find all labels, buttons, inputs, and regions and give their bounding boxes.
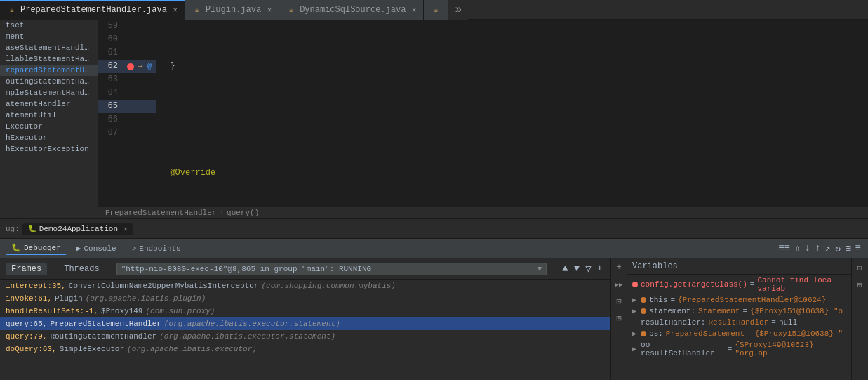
toolbar-run-to-cursor-icon[interactable]: ↗ <box>823 241 832 256</box>
var-item-ps[interactable]: ▶ ps: PreparedStatement = {$Proxy151@106… <box>627 328 851 339</box>
thread-up-icon[interactable]: ▲ <box>561 261 569 276</box>
debug-session-close[interactable]: ✕ <box>123 225 128 233</box>
exec-arrow-icon: → <box>138 62 142 72</box>
var-orange-dot-statement <box>641 308 646 314</box>
rt-icon-1[interactable]: + <box>613 261 625 274</box>
toolbar-step-out-icon[interactable]: ↑ <box>813 241 822 256</box>
sidebar-item-statementutil[interactable]: atementUtil <box>0 110 98 121</box>
var-item-resulthandler[interactable]: ▶ resultHandler: ResultHandler = null <box>627 317 851 328</box>
console-label: Console <box>84 244 116 253</box>
frame-class-0: ConvertColumnName2UpperMybatisIntercepto… <box>69 282 259 290</box>
thread-add-icon[interactable]: + <box>596 261 604 276</box>
rt-icon-3[interactable]: ⊡ <box>613 295 625 308</box>
tab-preparedstatementhandler[interactable]: ☕ PreparedStatementHandler.java ✕ <box>0 0 185 20</box>
sidebar-item-prepared[interactable]: reparedStatementHan <box>0 65 98 76</box>
sidebar-item-simple[interactable]: mpleStatementHandler <box>0 87 98 98</box>
code-lines[interactable]: } @Override public <E> List <E> query ( <box>156 20 868 207</box>
frame-item-3[interactable]: query:65, PreparedStatementHandler (org.… <box>0 317 610 330</box>
line-num-63: 63 <box>98 73 123 86</box>
var-item-resultsethandler[interactable]: ▶ oo resultSetHandler = {$Proxy149@10623… <box>627 339 851 359</box>
toolbar-step-in-icon[interactable]: ↓ <box>803 241 811 256</box>
breakpoint-icon <box>125 61 136 72</box>
toolbar-settings-icon[interactable]: ≡ <box>854 241 862 256</box>
tab-extra[interactable]: ☕ <box>424 0 448 20</box>
rt-icon-2[interactable]: ▶▶ <box>613 278 625 291</box>
breadcrumb-sep: › <box>219 209 224 217</box>
sidebar-item-callable[interactable]: llableStatementHandl <box>0 53 98 65</box>
line-num-66: 66 <box>98 113 123 126</box>
sidebar-item-statement[interactable]: atementHandler <box>0 98 98 110</box>
thread-selector[interactable]: "http-nio-8080-exec-10"@8,865 in group "… <box>116 263 547 275</box>
frame-pkg-1: (org.apache.ibatis.plugin) <box>86 294 206 303</box>
thread-selector-text: "http-nio-8080-exec-10"@8,865 in group "… <box>121 265 371 273</box>
tab-close-icon-3[interactable]: ✕ <box>412 6 416 14</box>
debug-tab-bar: ug: 🐛 Demo24Application ✕ <box>0 219 868 239</box>
java-file-icon-3: ☕ <box>286 5 296 15</box>
toolbar-evaluate-icon[interactable]: ↻ <box>834 241 842 256</box>
var-eq-statement: = <box>742 307 747 315</box>
far-right-icon-2[interactable]: ⊞ <box>853 278 866 291</box>
code-line-59: } <box>160 60 861 73</box>
sidebar-item-routing[interactable]: outingStatementHandl <box>0 76 98 87</box>
more-tabs-button[interactable]: » <box>448 0 468 20</box>
far-right-icon-1[interactable]: ⊡ <box>853 261 866 274</box>
var-name-statement: statement: <box>649 307 695 315</box>
threads-button[interactable]: Threads <box>58 263 105 275</box>
frames-button[interactable]: Frames <box>6 263 47 275</box>
thread-down-icon[interactable]: ▼ <box>573 261 581 276</box>
frame-class-2: $Proxy149 <box>101 307 142 315</box>
toolbar-reorder-icon[interactable]: ≡≡ <box>777 241 792 256</box>
var-item-this[interactable]: ▶ this = {PreparedStatementHandler@10624… <box>627 294 851 306</box>
frame-item-2[interactable]: handleResultSets:-1, $Proxy149 (com.sun.… <box>0 305 610 317</box>
variables-header: Variables <box>627 258 851 275</box>
code-container[interactable]: 59 60 61 62 <box>98 20 868 207</box>
frames-threads-bar: Frames Threads "http-nio-8080-exec-10"@8… <box>0 258 610 280</box>
thread-filter-icon[interactable]: ▽ <box>584 261 592 276</box>
frame-item-4[interactable]: query:79, RoutingStatementHandler (org.a… <box>0 330 610 343</box>
debug-session-tab[interactable]: 🐛 Demo24Application ✕ <box>22 223 133 235</box>
debugger-label: Debugger <box>24 244 61 252</box>
debug-tab-debugger[interactable]: 🐛 Debugger <box>6 242 67 255</box>
frame-item-1[interactable]: invoke:61, Plugin (org.apache.ibatis.plu… <box>0 292 610 305</box>
var-item-config[interactable]: config.getTargetClass() = Cannot find lo… <box>627 275 851 294</box>
frames-label: Frames <box>11 264 41 274</box>
frame-pkg-2: (com.sun.proxy) <box>145 307 215 315</box>
sidebar-item-hexecutorexception[interactable]: hExecutorException <box>0 143 98 155</box>
sidebar-item-base[interactable]: aseStatementHandler <box>0 42 98 53</box>
bookmark-marker: @ <box>147 63 156 70</box>
line-num-62: 62 <box>98 60 123 73</box>
frame-item-5[interactable]: doQuery:63, SimpleExecutor (org.apache.i… <box>0 343 610 355</box>
tab-close-icon[interactable]: ✕ <box>173 6 178 14</box>
endpoints-icon: ↗ <box>132 244 137 253</box>
threads-label: Threads <box>64 264 99 274</box>
line-num-65: 65 <box>98 100 123 113</box>
code-line-61: @Override <box>160 166 861 180</box>
frame-pkg-4: (org.apache.ibatis.executor.statement) <box>159 332 335 341</box>
debug-tab-console[interactable]: ▶ Console <box>71 242 122 254</box>
java-file-icon-2: ☕ <box>192 5 202 15</box>
sidebar-item-ment[interactable]: ment <box>0 31 98 42</box>
frame-list[interactable]: intercept:35, ConvertColumnName2UpperMyb… <box>0 280 610 380</box>
debug-main: Frames Threads "http-nio-8080-exec-10"@8… <box>0 258 868 380</box>
toolbar-step-over-icon[interactable]: ⇧ <box>793 241 801 256</box>
toolbar-table-icon[interactable]: ⊞ <box>843 241 852 256</box>
line-num-64: 64 <box>98 86 123 100</box>
sidebar-item-tset[interactable]: tset <box>0 20 98 31</box>
sidebar-item-hexecutor[interactable]: hExecutor <box>0 132 98 143</box>
debug-tab-endpoints[interactable]: ↗ Endpoints <box>126 242 187 254</box>
tab-label: PreparedStatementHandler.java <box>20 5 167 15</box>
var-item-statement[interactable]: ▶ statement: Statement = {$Proxy151@1063… <box>627 306 851 317</box>
line-gutter-62 <box>123 61 138 72</box>
sidebar-item-executor[interactable]: Executor <box>0 121 98 132</box>
tab-label-2: Plugin.java <box>206 5 261 15</box>
debug-session-icon: 🐛 <box>28 225 36 233</box>
tab-close-icon-2[interactable]: ✕ <box>267 6 272 14</box>
at-icon: @ <box>147 63 152 70</box>
var-type-statement: Statement <box>698 307 740 315</box>
tab-plugin[interactable]: ☕ Plugin.java ✕ <box>185 0 279 20</box>
variables-list[interactable]: config.getTargetClass() = Cannot find lo… <box>627 275 851 380</box>
rt-icon-4[interactable]: ⊡ <box>613 312 625 325</box>
tab-dynamicsqlsource[interactable]: ☕ DynamicSqlSource.java ✕ <box>279 0 424 20</box>
frame-item-0[interactable]: intercept:35, ConvertColumnName2UpperMyb… <box>0 280 610 292</box>
thread-controls: ▲ ▼ ▽ + <box>561 261 604 276</box>
